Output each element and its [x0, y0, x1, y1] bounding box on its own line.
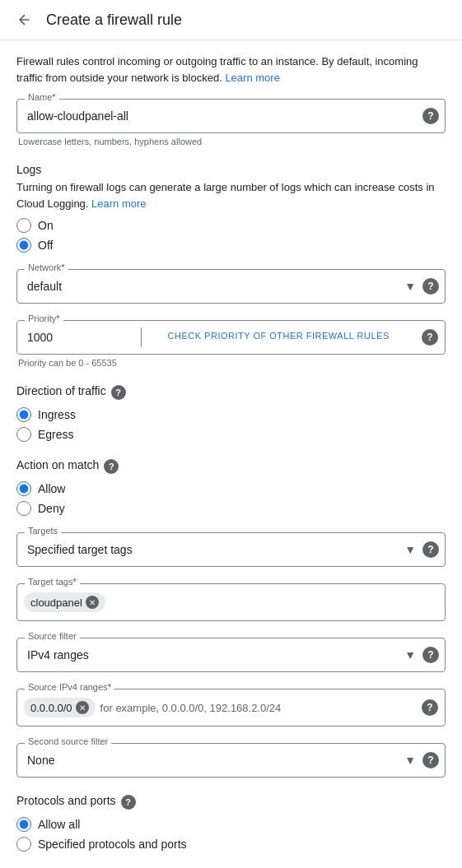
page-description: Firewall rules control incoming or outgo… — [16, 53, 446, 86]
ip-remove-icon[interactable]: ✕ — [76, 701, 89, 714]
target-tags-label: Target tags* — [25, 577, 80, 587]
priority-help-icon[interactable]: ? — [422, 329, 438, 346]
logs-off-radio[interactable] — [16, 238, 31, 253]
protocols-label: Protocols and ports — [16, 794, 116, 807]
action-label: Action on match — [16, 458, 99, 471]
action-help-icon[interactable]: ? — [104, 459, 119, 474]
direction-section: Direction of traffic ? Ingress Egress — [16, 384, 446, 442]
priority-field: Priority* CHECK PRIORITY OF OTHER FIREWA… — [16, 320, 446, 368]
form-content: Firewall rules control incoming or outgo… — [0, 40, 462, 868]
logs-label: Logs — [16, 163, 446, 176]
logs-section: Logs Turning on firewall logs can genera… — [16, 163, 446, 253]
action-allow-option[interactable]: Allow — [16, 481, 446, 496]
network-field: Network* default ▼ ? — [16, 269, 446, 304]
source-filter-label: Source filter — [25, 631, 80, 641]
logs-off-option[interactable]: Off — [16, 238, 446, 253]
protocols-header: Protocols and ports ? — [16, 794, 446, 810]
specified-protocols-radio[interactable] — [16, 837, 31, 852]
action-radio-group: Allow Deny — [16, 481, 446, 516]
allow-all-radio[interactable] — [16, 817, 31, 832]
logs-on-radio[interactable] — [16, 218, 31, 233]
priority-label: Priority* — [25, 313, 63, 323]
specified-protocols-option[interactable]: Specified protocols and ports — [16, 837, 446, 852]
source-filter-select[interactable]: IPv4 ranges — [16, 638, 446, 672]
source-ipv4-placeholder: for example, 0.0.0.0/0, 192.168.2.0/24 — [100, 702, 282, 714]
priority-hint: Priority can be 0 - 65535 — [16, 358, 446, 368]
direction-ingress-radio[interactable] — [16, 407, 31, 422]
ip-text: 0.0.0.0/0 — [30, 702, 72, 714]
name-label: Name* — [25, 92, 59, 102]
network-select[interactable]: default — [16, 269, 446, 304]
direction-radio-group: Ingress Egress — [16, 407, 446, 442]
direction-header: Direction of traffic ? — [16, 384, 446, 401]
target-tags-input[interactable]: cloudpanel ✕ — [16, 583, 446, 621]
network-label: Network* — [25, 262, 68, 272]
name-input-wrapper: Name* ? — [16, 99, 446, 133]
tag-chip-cloudpanel: cloudpanel ✕ — [24, 592, 105, 612]
direction-help-icon[interactable]: ? — [111, 385, 126, 400]
action-section: Action on match ? Allow Deny — [16, 458, 446, 516]
name-input[interactable] — [16, 99, 446, 133]
back-button[interactable] — [13, 8, 36, 31]
target-tags-field: Target tags* cloudpanel ✕ — [16, 583, 446, 621]
page-header: Create a firewall rule — [0, 0, 462, 40]
learn-more-link[interactable]: Learn more — [225, 72, 279, 84]
direction-label: Direction of traffic — [16, 384, 106, 397]
logs-on-option[interactable]: On — [16, 218, 446, 233]
ip-chip-0: 0.0.0.0/0 ✕ — [24, 698, 96, 717]
targets-label: Targets — [25, 526, 61, 536]
check-priority-link[interactable]: CHECK PRIORITY OF OTHER FIREWALL RULES — [142, 321, 415, 354]
direction-ingress-option[interactable]: Ingress — [16, 407, 446, 422]
action-allow-radio[interactable] — [16, 481, 31, 496]
tag-remove-icon[interactable]: ✕ — [86, 596, 99, 609]
action-deny-radio[interactable] — [16, 501, 31, 516]
page-title: Create a firewall rule — [46, 12, 182, 29]
source-ipv4-help-icon[interactable]: ? — [422, 699, 438, 716]
logs-radio-group: On Off — [16, 218, 446, 253]
second-source-help-icon[interactable]: ? — [422, 752, 439, 768]
source-ipv4-input[interactable]: 0.0.0.0/0 ✕ for example, 0.0.0.0/0, 192.… — [16, 689, 446, 726]
source-ipv4-label: Source IPv4 ranges* — [25, 682, 114, 692]
action-deny-option[interactable]: Deny — [16, 501, 446, 516]
targets-select[interactable]: Specified target tags — [16, 532, 446, 567]
source-filter-field: Source filter IPv4 ranges ▼ ? — [16, 638, 446, 672]
name-help-icon[interactable]: ? — [422, 108, 439, 124]
name-field: Name* ? Lowercase letters, numbers, hyph… — [16, 99, 446, 146]
targets-help-icon[interactable]: ? — [422, 541, 439, 558]
network-select-wrapper: Network* default ▼ ? — [16, 269, 446, 304]
direction-egress-radio[interactable] — [16, 427, 31, 442]
targets-field: Targets Specified target tags ▼ ? — [16, 532, 446, 567]
source-filter-help-icon[interactable]: ? — [422, 647, 439, 663]
network-help-icon[interactable]: ? — [422, 278, 439, 295]
targets-select-wrapper: Targets Specified target tags ▼ ? — [16, 532, 446, 567]
priority-input[interactable] — [17, 321, 141, 354]
name-hint: Lowercase letters, numbers, hyphens allo… — [16, 137, 446, 146]
second-source-label: Second source filter — [25, 736, 111, 746]
protocols-radio-group: Allow all Specified protocols and ports — [16, 817, 446, 852]
source-filter-select-wrapper: Source filter IPv4 ranges ▼ ? — [16, 638, 446, 672]
direction-egress-option[interactable]: Egress — [16, 427, 446, 442]
priority-wrapper: CHECK PRIORITY OF OTHER FIREWALL RULES ? — [16, 320, 446, 355]
second-source-select-wrapper: Second source filter None ▼ ? — [16, 743, 446, 777]
tag-text: cloudpanel — [30, 596, 82, 609]
logs-learn-more-link[interactable]: Learn more — [91, 197, 146, 210]
second-source-filter-field: Second source filter None ▼ ? — [16, 743, 446, 777]
protocols-help-icon[interactable]: ? — [121, 795, 136, 810]
allow-all-option[interactable]: Allow all — [16, 817, 446, 832]
second-source-select[interactable]: None — [16, 743, 446, 777]
logs-description: Turning on firewall logs can generate a … — [16, 179, 446, 211]
action-header: Action on match ? — [16, 458, 446, 475]
protocols-ports-section: Protocols and ports ? Allow all Specifie… — [16, 794, 446, 852]
source-ipv4-field: Source IPv4 ranges* 0.0.0.0/0 ✕ for exam… — [16, 689, 446, 726]
